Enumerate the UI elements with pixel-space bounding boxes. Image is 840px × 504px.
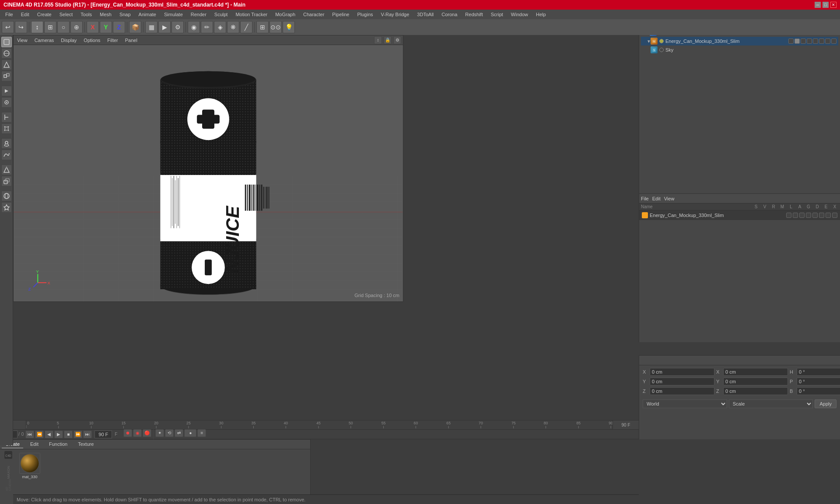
toolbar-render-region[interactable]: ▦ bbox=[145, 21, 158, 33]
toolbar-texture[interactable]: ◈ bbox=[214, 21, 226, 33]
material-item-mat330[interactable]: mat_330 bbox=[17, 451, 43, 493]
transport-auto-key[interactable]: 🔴 bbox=[143, 429, 151, 437]
transport-prev-frame[interactable]: ⏪ bbox=[35, 430, 44, 438]
viewport-settings-icon[interactable]: ⚙ bbox=[393, 36, 401, 44]
menu-tools[interactable]: Tools bbox=[77, 11, 95, 18]
toolbar-redo[interactable]: ↪ bbox=[15, 21, 27, 33]
tool-weight[interactable] bbox=[1, 138, 12, 149]
viewport-menu-filter[interactable]: Filter bbox=[105, 37, 119, 44]
obj-cb-can-3[interactable] bbox=[801, 38, 806, 44]
viewport-menu-display[interactable]: Display bbox=[59, 37, 78, 44]
obj-cb-can-5[interactable] bbox=[813, 38, 818, 44]
tool-polygon[interactable] bbox=[1, 71, 12, 81]
menu-redshift[interactable]: Redshift bbox=[462, 11, 486, 18]
coord-y-input[interactable] bbox=[650, 378, 714, 385]
end-frame-input[interactable] bbox=[94, 430, 112, 438]
coord-pz-input[interactable] bbox=[723, 387, 788, 395]
toolbar-transform[interactable]: ⊕ bbox=[70, 21, 83, 33]
menu-help[interactable]: Help bbox=[532, 11, 550, 18]
tool-texture[interactable] bbox=[1, 48, 12, 59]
viewport[interactable]: View Cameras Display Options Filter Pane… bbox=[13, 35, 403, 302]
transport-key-sel[interactable]: ✦ bbox=[155, 429, 164, 437]
toolbar-rotate[interactable]: ○ bbox=[57, 21, 70, 33]
coord-x-input[interactable] bbox=[650, 368, 714, 376]
menu-file[interactable]: File bbox=[2, 11, 17, 18]
tool-space[interactable] bbox=[1, 97, 12, 108]
tool-bones[interactable] bbox=[1, 123, 12, 134]
attr-menu-view[interactable]: View bbox=[664, 196, 675, 201]
toolbar-view-sphere[interactable]: ◉ bbox=[188, 21, 200, 33]
menu-motion-tracker[interactable]: Motion Tracker bbox=[232, 11, 271, 18]
toolbar-y-axis[interactable]: Y bbox=[100, 21, 112, 33]
menu-edit[interactable]: Edit bbox=[18, 11, 33, 18]
obj-cb-can-7[interactable] bbox=[825, 38, 830, 44]
toolbar-move[interactable]: ↕ bbox=[31, 21, 43, 33]
attr-cb1[interactable] bbox=[786, 213, 791, 218]
toolbar-z-axis[interactable]: Z bbox=[113, 21, 125, 33]
transport-motion-record[interactable]: ◉ bbox=[133, 429, 142, 437]
menu-sculpt[interactable]: Sculpt bbox=[211, 11, 231, 18]
menu-select[interactable]: Select bbox=[56, 11, 77, 18]
toolbar-render[interactable]: ▶ bbox=[158, 21, 171, 33]
obj-cb-can-1[interactable] bbox=[788, 38, 794, 44]
transport-go-start[interactable]: ⏮ bbox=[25, 430, 34, 438]
viewport-menu-cameras[interactable]: Cameras bbox=[33, 37, 56, 44]
viewport-menu-options[interactable]: Options bbox=[82, 37, 102, 44]
transport-fps[interactable]: ● bbox=[184, 429, 196, 437]
viewport-menu-view[interactable]: View bbox=[15, 37, 29, 44]
coord-py-input[interactable] bbox=[723, 378, 788, 385]
obj-item-energy-can[interactable]: ▼ M Energy_Can_Mockup_330ml_Slim bbox=[641, 37, 838, 46]
toolbar-scale[interactable]: ⊞ bbox=[44, 21, 56, 33]
transport-play-back[interactable]: ◀ bbox=[45, 430, 53, 438]
attr-cb8[interactable] bbox=[832, 213, 837, 218]
toolbar-paint[interactable]: ✏ bbox=[201, 21, 213, 33]
coord-z-input[interactable] bbox=[650, 387, 714, 395]
attr-cb6[interactable] bbox=[819, 213, 824, 218]
coord-h-input[interactable] bbox=[797, 368, 840, 376]
attr-cb3[interactable] bbox=[799, 213, 805, 218]
toolbar-object-mode[interactable]: 📦 bbox=[129, 21, 141, 33]
tool-rigging[interactable] bbox=[1, 112, 12, 122]
tool-mirror[interactable] bbox=[1, 164, 12, 175]
toolbar-knife[interactable]: ╱ bbox=[240, 21, 252, 33]
viewport-canvas[interactable]: Perspective bbox=[14, 45, 403, 301]
viewport-lock-icon[interactable]: 🔒 bbox=[384, 36, 392, 44]
timeline-track[interactable]: 0 5 10 15 20 25 30 35 40 45 50 bbox=[26, 420, 612, 429]
toolbar-light[interactable]: 💡 bbox=[283, 21, 295, 33]
menu-snap[interactable]: Snap bbox=[116, 11, 134, 18]
transport-timeline-settings[interactable]: ≡ bbox=[197, 429, 206, 437]
obj-cb-can-4[interactable] bbox=[807, 38, 812, 44]
tool-anim[interactable] bbox=[1, 86, 12, 96]
menu-3dtoall[interactable]: 3DToAll bbox=[413, 11, 437, 18]
menu-corona[interactable]: Corona bbox=[438, 11, 461, 18]
obj-cb-can-2[interactable] bbox=[794, 38, 800, 44]
viewport-menu-panel[interactable]: Panel bbox=[123, 37, 139, 44]
menu-render[interactable]: Render bbox=[187, 11, 210, 18]
mat-tab-edit[interactable]: Edit bbox=[27, 441, 42, 448]
mat-tab-function[interactable]: Function bbox=[46, 441, 71, 448]
minimize-button[interactable]: ─ bbox=[815, 2, 821, 8]
tool-model[interactable] bbox=[1, 37, 12, 47]
toolbar-render-settings[interactable]: ⚙ bbox=[172, 21, 184, 33]
coord-p-input[interactable] bbox=[797, 378, 840, 385]
attr-cb2[interactable] bbox=[793, 213, 798, 218]
toolbar-sym[interactable]: ❋ bbox=[227, 21, 239, 33]
coord-apply-button[interactable]: Apply bbox=[815, 399, 836, 408]
obj-cb-can-8[interactable] bbox=[831, 38, 836, 44]
maximize-button[interactable]: □ bbox=[822, 2, 829, 8]
attr-cb7[interactable] bbox=[826, 213, 831, 218]
transport-go-end[interactable]: ⏭ bbox=[83, 430, 92, 438]
menu-plugins[interactable]: Plugins bbox=[354, 11, 376, 18]
menu-simulate[interactable]: Simulate bbox=[161, 11, 186, 18]
toolbar-snap-settings[interactable]: ⊙⊙ bbox=[270, 21, 282, 33]
coord-b-input[interactable] bbox=[797, 387, 840, 395]
coord-scale-dropdown[interactable]: Scale bbox=[729, 399, 813, 408]
obj-item-sky[interactable]: ▶ S Sky bbox=[641, 46, 838, 54]
menu-animate[interactable]: Animate bbox=[135, 11, 160, 18]
coord-world-dropdown[interactable]: World bbox=[643, 399, 727, 408]
close-button[interactable]: ✕ bbox=[830, 2, 836, 8]
transport-play[interactable]: ▶ bbox=[54, 430, 63, 438]
tool-fx[interactable] bbox=[1, 202, 12, 213]
obj-expand-can[interactable]: ▼ bbox=[643, 38, 649, 44]
tool-clone[interactable] bbox=[1, 176, 12, 186]
